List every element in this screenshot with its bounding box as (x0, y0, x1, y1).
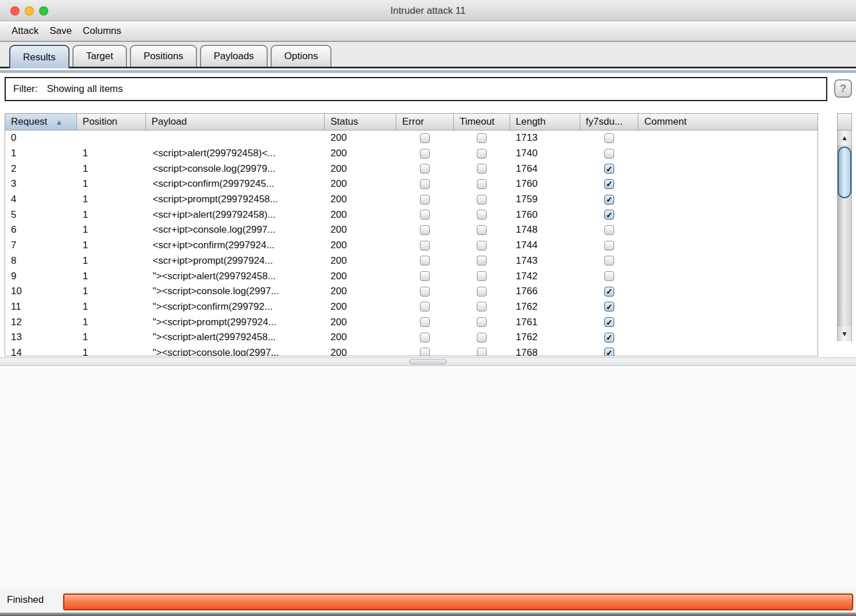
pane-splitter[interactable] (0, 357, 856, 366)
column-header-position[interactable]: Position (77, 114, 146, 130)
cell-comment (638, 284, 818, 299)
cell-length: 1760 (510, 176, 580, 192)
scrollbar-track[interactable] (837, 145, 852, 326)
table-row[interactable]: 11<script>alert(299792458)<...2001740 (5, 146, 818, 161)
status-bar: Finished (0, 587, 856, 613)
timeout-checkbox (477, 256, 487, 265)
column-header-request[interactable]: Request▲ (5, 114, 77, 130)
cell-request: 6 (5, 222, 77, 238)
cell-status: 200 (325, 176, 396, 192)
vertical-scrollbar: ▲ ▼ (837, 113, 852, 356)
tab-results[interactable]: Results (9, 45, 70, 68)
table-row[interactable]: 31<script>confirm(29979245...2001760✓ (5, 176, 818, 192)
cell-payload: <scr+ipt>confirm(2997924... (146, 238, 325, 253)
cell-status: 200 (325, 130, 396, 146)
table-row[interactable]: 91"><script>alert(299792458...2001742 (5, 268, 818, 284)
cell-position: 1 (77, 222, 146, 238)
check-icon: ✓ (606, 287, 613, 296)
table-row[interactable]: 21<script>console.log(29979...2001764✓ (5, 161, 818, 176)
cell-fy7sdu: ✓ (580, 330, 639, 345)
fy7sdu-checkbox: ✓ (604, 179, 614, 189)
cell-position: 1 (77, 146, 146, 161)
cell-timeout (454, 238, 510, 253)
cell-timeout (454, 299, 510, 315)
table-row[interactable]: 02001713 (5, 130, 818, 146)
cell-payload: <script>alert(299792458)<... (146, 146, 325, 161)
fy7sdu-checkbox: ✓ (604, 195, 614, 205)
fy7sdu-checkbox: ✓ (604, 287, 614, 297)
timeout-checkbox (477, 164, 487, 174)
error-checkbox (420, 179, 430, 189)
cell-status: 200 (325, 207, 396, 222)
cell-request: 9 (5, 268, 77, 284)
cell-timeout (454, 222, 510, 238)
table-row[interactable]: 71<scr+ipt>confirm(2997924...2001744 (5, 238, 818, 253)
scroll-up-icon: ▲ (841, 134, 848, 142)
tab-shelf-divider (0, 70, 856, 73)
cell-error (396, 207, 454, 222)
column-header-error[interactable]: Error (396, 114, 454, 130)
table-row[interactable]: 141"><script>console.log(2997...2001768✓ (5, 345, 818, 356)
fy7sdu-checkbox (604, 133, 614, 143)
table-row[interactable]: 41<script>prompt(299792458...2001759✓ (5, 192, 818, 207)
cell-position: 1 (77, 161, 146, 176)
tab-options[interactable]: Options (271, 45, 332, 67)
cell-timeout (454, 176, 510, 192)
column-label: Position (83, 116, 117, 128)
column-header-length[interactable]: Length (510, 114, 580, 130)
cell-timeout (454, 345, 510, 356)
cell-fy7sdu: ✓ (580, 161, 639, 176)
cell-length: 1759 (510, 192, 580, 207)
column-header-fy7sdu[interactable]: fy7sdu... (580, 114, 639, 130)
cell-request: 0 (5, 130, 77, 146)
cell-comment (638, 146, 818, 161)
cell-position: 1 (77, 345, 146, 356)
tab-payloads[interactable]: Payloads (200, 45, 268, 67)
tab-positions[interactable]: Positions (130, 45, 197, 67)
error-checkbox (420, 348, 430, 356)
cell-payload: "><script>prompt(2997924... (146, 314, 325, 330)
cell-status: 200 (325, 253, 396, 269)
column-header-timeout[interactable]: Timeout (454, 114, 510, 130)
cell-fy7sdu: ✓ (580, 299, 639, 315)
table-row[interactable]: 121"><script>prompt(2997924...2001761✓ (5, 314, 818, 330)
cell-comment (638, 299, 818, 315)
scrollbar-thumb[interactable] (838, 147, 851, 198)
cell-error (396, 253, 454, 269)
cell-position: 1 (77, 268, 146, 284)
column-header-comment[interactable]: Comment (638, 114, 818, 130)
cell-timeout (454, 330, 510, 345)
cell-timeout (454, 314, 510, 330)
table-row[interactable]: 131"><script>alert(299792458...2001762✓ (5, 330, 818, 345)
tab-target[interactable]: Target (72, 45, 127, 67)
cell-status: 200 (325, 299, 396, 315)
cell-position: 1 (77, 330, 146, 345)
help-button[interactable]: ? (834, 79, 852, 98)
cell-length: 1761 (510, 314, 580, 330)
menu-columns[interactable]: Columns (83, 25, 121, 37)
cell-timeout (454, 192, 510, 207)
cell-comment (638, 238, 818, 253)
scroll-up-button[interactable]: ▲ (837, 130, 852, 145)
cell-fy7sdu (580, 268, 639, 284)
cell-position: 1 (77, 192, 146, 207)
table-row[interactable]: 111"><script>confirm(299792...2001762✓ (5, 299, 818, 315)
cell-fy7sdu: ✓ (580, 314, 639, 330)
table-row[interactable]: 81<scr+ipt>prompt(2997924...2001743 (5, 253, 818, 269)
table-row[interactable]: 61<scr+ipt>console.log(2997...2001748 (5, 222, 818, 238)
table-row[interactable]: 101"><script>console.log(2997...2001766✓ (5, 284, 818, 299)
column-header-status[interactable]: Status (325, 114, 396, 130)
cell-position: 1 (77, 284, 146, 299)
scroll-down-button[interactable]: ▼ (837, 326, 852, 341)
filter-bar[interactable]: Filter: Showing all items (5, 77, 827, 101)
column-header-payload[interactable]: Payload (146, 114, 325, 130)
column-label: Timeout (460, 116, 495, 128)
fy7sdu-checkbox: ✓ (604, 302, 614, 311)
cell-request: 12 (5, 314, 77, 330)
cell-comment (638, 161, 818, 176)
table-row[interactable]: 51<scr+ipt>alert(299792458)...2001760✓ (5, 207, 818, 222)
check-icon: ✓ (606, 318, 613, 327)
menu-save[interactable]: Save (49, 25, 72, 37)
menu-attack[interactable]: Attack (11, 25, 38, 37)
timeout-checkbox (477, 149, 487, 159)
